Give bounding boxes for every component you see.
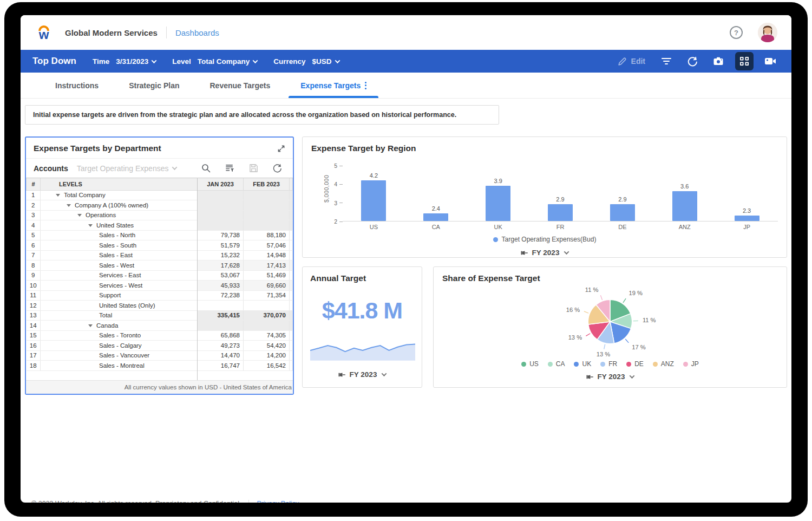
table-row[interactable]: 18Sales - Montreal16,74716,542	[27, 361, 293, 371]
table-filter-icon[interactable]	[225, 164, 234, 173]
value-cell-feb[interactable]: 88,180	[244, 230, 290, 240]
value-cell-feb[interactable]: 370,070	[244, 310, 290, 321]
save-icon[interactable]	[249, 164, 258, 173]
table-row[interactable]: 11Support72,23871,354	[27, 290, 293, 301]
expand-icon[interactable]	[277, 145, 285, 153]
value-cell-feb[interactable]: 69,660	[244, 281, 290, 291]
value-cell-feb[interactable]: 57,046	[244, 240, 290, 251]
table-row[interactable]: 3Operations	[27, 210, 293, 220]
table-row[interactable]: 12United States (Only)	[27, 301, 293, 311]
value-cell-jan[interactable]	[198, 210, 244, 220]
collapse-triangle-icon[interactable]	[88, 324, 93, 327]
value-cell-jan[interactable]	[198, 220, 244, 231]
value-cell-jan[interactable]: 51,579	[198, 240, 244, 251]
value-cell-feb[interactable]	[244, 200, 290, 211]
collapse-triangle-icon[interactable]	[56, 194, 60, 197]
col-jan[interactable]: JAN 2023	[198, 178, 244, 190]
refresh-button[interactable]	[683, 52, 702, 70]
search-icon[interactable]	[201, 164, 211, 173]
table-row[interactable]: 15Sales - Toronto65,86874,305	[27, 330, 293, 341]
table-row[interactable]: 4United States	[27, 220, 293, 231]
tab-menu-icon[interactable]	[365, 82, 366, 89]
table-row[interactable]: 10Services - West45,93369,660	[27, 281, 293, 291]
value-cell-jan[interactable]: 14,470	[198, 350, 244, 361]
value-cell-feb[interactable]: 17,413	[244, 260, 290, 271]
table-row[interactable]: 9Services - East53,06751,469	[27, 270, 293, 281]
value-cell-jan[interactable]: 17,628	[198, 260, 244, 271]
table-row[interactable]: 14Canada	[27, 321, 293, 331]
tab-expense-targets[interactable]: Expense Targets	[285, 73, 382, 98]
screenshot-button[interactable]	[709, 52, 728, 70]
table-row[interactable]: 17Sales - Vancouver14,47014,200	[27, 350, 293, 361]
avatar[interactable]	[758, 23, 777, 42]
bar-anz[interactable]	[672, 191, 697, 221]
share-period-selector[interactable]: FY 2023	[442, 373, 778, 381]
legend-item-de[interactable]: DE	[626, 360, 644, 368]
table-row[interactable]: 5Sales - North79,73888,180	[27, 230, 293, 240]
col-num[interactable]: #	[27, 178, 41, 190]
legend-item-jp[interactable]: JP	[683, 360, 699, 368]
accounts-selector[interactable]: Target Operating Expenses	[77, 164, 177, 173]
value-cell-feb[interactable]	[244, 210, 290, 220]
value-cell-jan[interactable]: 79,738	[198, 230, 244, 240]
value-cell-feb[interactable]	[244, 301, 290, 311]
value-cell-feb[interactable]: 54,420	[244, 341, 290, 351]
legend-item-anz[interactable]: ANZ	[653, 360, 674, 368]
table-row[interactable]: 6Sales - South51,57957,046	[27, 240, 293, 251]
dashboards-link[interactable]: Dashboards	[175, 28, 219, 37]
bar-ca[interactable]	[423, 213, 448, 221]
video-button[interactable]	[761, 52, 780, 70]
tab-instructions[interactable]: Instructions	[40, 73, 114, 98]
bar-us[interactable]	[361, 180, 386, 222]
value-cell-feb[interactable]: 16,542	[244, 361, 290, 371]
value-cell-feb[interactable]: 14,200	[244, 350, 290, 361]
value-cell-feb[interactable]	[244, 190, 290, 200]
annual-period-selector[interactable]: FY 2023	[310, 370, 414, 379]
table-row[interactable]: 8Sales - West17,62817,413	[27, 260, 293, 271]
panel-refresh-icon[interactable]	[273, 164, 282, 173]
time-selector[interactable]: 3/31/2023	[116, 57, 156, 66]
table-row[interactable]: 16Sales - Calgary49,27354,420	[27, 341, 293, 351]
collapse-triangle-icon[interactable]	[77, 214, 82, 217]
tab-revenue-targets[interactable]: Revenue Targets	[195, 73, 286, 98]
legend-item-us[interactable]: US	[521, 360, 539, 368]
bar-jp[interactable]	[735, 216, 759, 221]
col-feb[interactable]: FEB 2023	[244, 178, 290, 190]
level-selector[interactable]: Total Company	[198, 57, 258, 66]
bar-de[interactable]	[610, 204, 635, 221]
table-row[interactable]: 13Total335,415370,070	[27, 310, 293, 321]
value-cell-jan[interactable]	[198, 301, 244, 311]
value-cell-jan[interactable]	[198, 321, 244, 331]
value-cell-jan[interactable]: 15,232	[198, 250, 244, 260]
bar-fr[interactable]	[548, 204, 573, 221]
value-cell-jan[interactable]: 49,273	[198, 341, 244, 351]
table-row[interactable]: 7Sales - East15,23214,948	[27, 250, 293, 260]
tab-strategic-plan[interactable]: Strategic Plan	[114, 73, 194, 98]
value-cell-feb[interactable]: 51,469	[244, 270, 290, 281]
col-levels[interactable]: LEVELS	[41, 178, 198, 190]
value-cell-feb[interactable]	[244, 220, 290, 231]
value-cell-jan[interactable]: 45,933	[198, 281, 244, 291]
privacy-policy-link[interactable]: Privacy Policy	[257, 500, 299, 503]
value-cell-jan[interactable]: 72,238	[198, 290, 244, 301]
currency-selector[interactable]: $USD	[312, 57, 339, 66]
table-row[interactable]: 1Total Company	[27, 190, 293, 200]
legend-item-ca[interactable]: CA	[548, 360, 565, 368]
region-period-selector[interactable]: FY 2023	[311, 249, 778, 257]
collapse-triangle-icon[interactable]	[67, 204, 71, 207]
help-icon[interactable]: ?	[730, 26, 743, 39]
value-cell-jan[interactable]: 53,067	[198, 270, 244, 281]
table-row[interactable]: 2Company A (100% owned)	[27, 200, 293, 211]
edit-button[interactable]: Edit	[618, 57, 645, 66]
value-cell-feb[interactable]: 71,354	[244, 290, 290, 301]
value-cell-jan[interactable]	[198, 190, 244, 200]
legend-item-fr[interactable]: FR	[600, 360, 617, 368]
value-cell-feb[interactable]: 74,305	[244, 330, 290, 341]
bar-uk[interactable]	[486, 186, 510, 221]
filter-button[interactable]	[657, 52, 676, 70]
workday-logo-icon[interactable]: w	[35, 25, 53, 40]
value-cell-feb[interactable]: 14,948	[244, 250, 290, 260]
value-cell-jan[interactable]: 16,747	[198, 361, 244, 371]
value-cell-jan[interactable]	[198, 200, 244, 211]
value-cell-feb[interactable]	[244, 321, 290, 331]
